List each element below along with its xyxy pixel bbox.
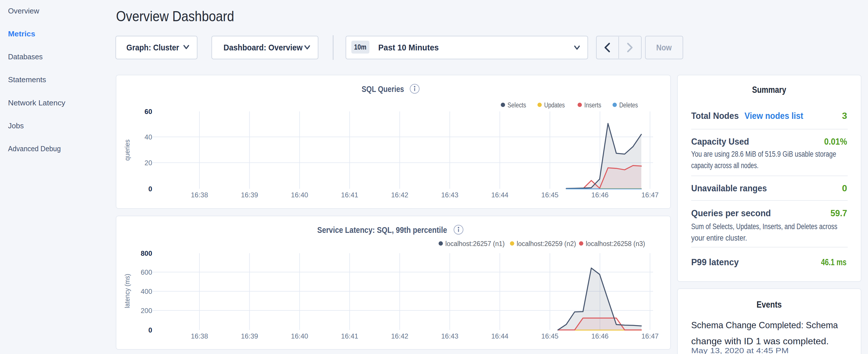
- svg-text:Total Nodes: Total Nodes: [691, 110, 739, 121]
- svg-text:Network Latency: Network Latency: [8, 99, 65, 107]
- svg-text:Overview: Overview: [8, 7, 39, 15]
- svg-text:0: 0: [149, 185, 152, 193]
- svg-text:Unavailable ranges: Unavailable ranges: [691, 183, 767, 193]
- svg-text:10m: 10m: [354, 43, 367, 51]
- svg-text:16:39: 16:39: [241, 332, 258, 340]
- svg-text:200: 200: [141, 307, 152, 315]
- svg-text:Databases: Databases: [8, 53, 43, 61]
- svg-text:0: 0: [149, 326, 152, 334]
- svg-text:16:44: 16:44: [491, 332, 508, 340]
- svg-text:Dashboard: Overview: Dashboard: Overview: [223, 43, 303, 52]
- svg-text:May 13, 2020 at 4:45 PM: May 13, 2020 at 4:45 PM: [691, 346, 788, 354]
- svg-text:0: 0: [842, 183, 847, 193]
- svg-text:localhost:26259 (n2): localhost:26259 (n2): [517, 240, 576, 248]
- svg-text:16:40: 16:40: [291, 332, 308, 340]
- svg-text:16:46: 16:46: [591, 191, 609, 199]
- svg-text:16:44: 16:44: [491, 191, 508, 199]
- svg-text:16:42: 16:42: [391, 332, 408, 340]
- svg-text:Deletes: Deletes: [619, 101, 638, 109]
- svg-text:40: 40: [145, 133, 152, 141]
- svg-text:16:47: 16:47: [641, 332, 658, 340]
- svg-text:46.1 ms: 46.1 ms: [821, 257, 846, 267]
- svg-text:localhost:26257 (n1): localhost:26257 (n1): [445, 240, 505, 248]
- svg-text:View nodes list: View nodes list: [744, 110, 803, 121]
- svg-text:SQL Queries: SQL Queries: [362, 85, 404, 94]
- svg-text:0.01%: 0.01%: [824, 136, 847, 147]
- svg-text:16:46: 16:46: [591, 332, 609, 340]
- svg-text:16:38: 16:38: [191, 332, 208, 340]
- svg-text:latency (ms): latency (ms): [123, 274, 131, 308]
- svg-text:P99 latency: P99 latency: [691, 257, 739, 267]
- svg-text:Overview Dashboard: Overview Dashboard: [116, 8, 234, 24]
- svg-text:Graph: Cluster: Graph: Cluster: [126, 43, 179, 52]
- svg-text:16:45: 16:45: [541, 332, 559, 340]
- svg-text:16:43: 16:43: [441, 332, 458, 340]
- svg-text:16:38: 16:38: [191, 191, 208, 199]
- svg-text:60: 60: [145, 108, 152, 116]
- svg-text:Statements: Statements: [8, 75, 46, 84]
- svg-text:Jobs: Jobs: [8, 122, 24, 130]
- svg-text:16:41: 16:41: [341, 191, 358, 199]
- svg-text:Sum of Selects, Updates, Inser: Sum of Selects, Updates, Inserts, and De…: [691, 222, 837, 231]
- svg-text:Summary: Summary: [752, 85, 786, 95]
- svg-text:Selects: Selects: [507, 101, 526, 109]
- svg-text:59.7: 59.7: [831, 208, 847, 218]
- svg-text:400: 400: [141, 288, 152, 295]
- svg-text:16:39: 16:39: [241, 191, 258, 199]
- svg-text:16:43: 16:43: [441, 191, 458, 199]
- svg-text:16:47: 16:47: [641, 191, 658, 199]
- svg-text:16:42: 16:42: [391, 191, 408, 199]
- svg-text:Capacity Used: Capacity Used: [691, 136, 749, 147]
- svg-text:Past 10 Minutes: Past 10 Minutes: [378, 43, 439, 52]
- svg-text:Updates: Updates: [544, 101, 565, 109]
- svg-text:16:40: 16:40: [291, 191, 308, 199]
- svg-text:20: 20: [145, 159, 152, 167]
- svg-text:600: 600: [141, 268, 152, 276]
- svg-text:Metrics: Metrics: [8, 30, 35, 38]
- svg-text:Advanced Debug: Advanced Debug: [8, 144, 61, 153]
- svg-text:Schema Change Completed: Schem: Schema Change Completed: Schema: [691, 320, 838, 330]
- svg-text:You are using 28.6 MiB of 515.: You are using 28.6 MiB of 515.9 GiB usab…: [691, 150, 836, 158]
- svg-text:Events: Events: [756, 299, 782, 310]
- svg-text:800: 800: [141, 250, 152, 257]
- svg-text:queries: queries: [123, 139, 131, 161]
- svg-text:capacity across all nodes.: capacity across all nodes.: [691, 161, 758, 170]
- svg-text:localhost:26258 (n3): localhost:26258 (n3): [586, 240, 645, 248]
- svg-text:16:41: 16:41: [341, 332, 358, 340]
- svg-text:Now: Now: [656, 43, 672, 52]
- svg-text:Inserts: Inserts: [584, 101, 601, 109]
- svg-text:Service Latency: SQL, 99th per: Service Latency: SQL, 99th percentile: [317, 225, 447, 234]
- svg-text:your entire cluster.: your entire cluster.: [691, 234, 747, 242]
- svg-text:change with ID 1 was completed: change with ID 1 was completed.: [691, 336, 829, 346]
- svg-text:16:45: 16:45: [541, 191, 559, 199]
- svg-text:3: 3: [842, 110, 847, 121]
- svg-text:Queries per second: Queries per second: [691, 208, 771, 218]
